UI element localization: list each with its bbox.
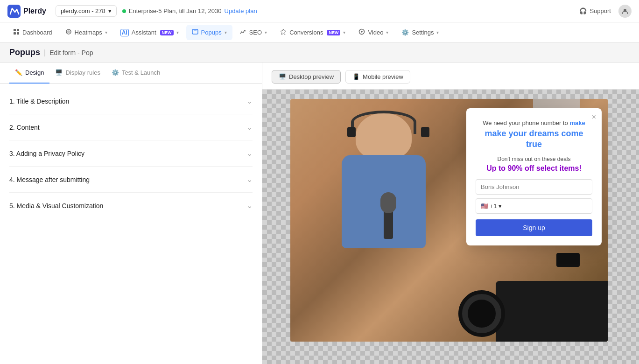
- plan-info: Enterprise-5 Plan, till Jan 12, 2030 Upd…: [122, 7, 257, 14]
- desktop-preview-button[interactable]: 🖥️ Desktop preview: [272, 70, 341, 84]
- nav-item-heatmaps[interactable]: Heatmaps ▾: [60, 25, 113, 40]
- user-avatar[interactable]: [618, 5, 632, 18]
- conversions-chevron-icon: ▾: [343, 30, 345, 35]
- tabs-bar: ✏️ Design 🖥️ Display rules ⚙️ Test & Lau…: [0, 63, 262, 84]
- plan-status-dot: [122, 9, 126, 13]
- tab-test-launch[interactable]: ⚙️ Test & Launch: [106, 63, 166, 84]
- chevron-icon-4: ⌄: [246, 201, 253, 210]
- brand-name: Plerdy: [23, 7, 46, 15]
- breadcrumb-root: Popups: [9, 48, 40, 57]
- accordion-media-visual[interactable]: 5. Media & Visual Customization ⌄: [9, 193, 253, 218]
- svg-point-7: [67, 30, 70, 33]
- phone-dropdown-icon: ▾: [499, 203, 502, 210]
- chevron-icon-2: ⌄: [246, 149, 253, 158]
- popup-signup-button[interactable]: Sign up: [476, 219, 592, 236]
- pencil-icon: ✏️: [15, 69, 22, 76]
- svg-rect-3: [17, 29, 19, 31]
- settings-icon: ⚙️: [401, 29, 409, 36]
- nav-item-dashboard[interactable]: Dashboard: [7, 25, 58, 40]
- svg-rect-4: [14, 32, 16, 35]
- preview-toolbar: 🖥️ Desktop preview 📱 Mobile preview: [262, 63, 639, 90]
- monitor-icon: 🖥️: [55, 69, 63, 76]
- svg-rect-5: [17, 32, 19, 35]
- flag-icon: 🇺🇸 +1: [481, 203, 497, 210]
- popup-phone-input[interactable]: 🇺🇸 +1 ▾: [476, 198, 592, 214]
- settings-chevron-icon: ▾: [436, 30, 439, 35]
- dashboard-icon: [13, 28, 20, 36]
- main-layout: ✏️ Design 🖥️ Display rules ⚙️ Test & Lau…: [0, 63, 639, 364]
- nav-item-settings[interactable]: ⚙️ Settings ▾: [396, 25, 444, 40]
- accordion-content[interactable]: 2. Content ⌄: [9, 114, 253, 140]
- chevron-icon-0: ⌄: [246, 97, 253, 105]
- video-icon: [358, 28, 365, 36]
- popup-discount: Up to 90% off select items!: [476, 164, 592, 173]
- svg-marker-13: [361, 31, 364, 33]
- mobile-preview-button[interactable]: 📱 Mobile preview: [345, 70, 410, 84]
- video-chevron-icon: ▾: [386, 30, 388, 35]
- accordion-privacy-policy[interactable]: 3. Adding a Privacy Policy ⌄: [9, 140, 253, 167]
- nav-item-popups[interactable]: Popups ▾: [186, 25, 232, 40]
- svg-rect-2: [14, 29, 16, 31]
- header-right: 🎧 Support: [579, 5, 632, 18]
- heatmaps-chevron-icon: ▾: [105, 30, 107, 35]
- right-panel: 🖥️ Desktop preview 📱 Mobile preview: [262, 63, 639, 364]
- chevron-icon-1: ⌄: [246, 123, 253, 132]
- gear-icon: ⚙️: [112, 69, 119, 76]
- seo-chevron-icon: ▾: [265, 30, 267, 35]
- popup-close-button[interactable]: ×: [592, 113, 596, 121]
- assistant-chevron-icon: ▾: [176, 30, 179, 35]
- assistant-new-badge: NEW: [160, 30, 174, 35]
- nav-item-conversions[interactable]: Conversions NEW ▾: [274, 25, 351, 40]
- popup-headline: make your dreams come true: [476, 128, 592, 150]
- headphone-icon: 🎧: [579, 7, 587, 14]
- update-plan-link[interactable]: Update plan: [225, 7, 257, 14]
- main-nav: Dashboard Heatmaps ▾ AI Assistant NEW ▾ …: [0, 22, 639, 43]
- header: Plerdy plerdy.com - 278 ▾ Enterprise-5 P…: [0, 0, 639, 22]
- nav-item-seo[interactable]: SEO ▾: [234, 25, 273, 40]
- conversions-icon: [280, 28, 287, 36]
- popup-name-input[interactable]: [476, 179, 592, 195]
- conversions-new-badge: NEW: [327, 30, 340, 35]
- support-button[interactable]: 🎧 Support: [579, 7, 611, 14]
- nav-item-video[interactable]: Video ▾: [353, 25, 394, 40]
- breadcrumb-separator: |: [44, 49, 46, 57]
- breadcrumb: Popups | Edit form - Pop: [0, 43, 639, 63]
- popup-card: × We need your phone number to make make…: [466, 108, 602, 245]
- accordion-title-description[interactable]: 1. Title & Description ⌄: [9, 88, 253, 114]
- tab-design[interactable]: ✏️ Design: [9, 63, 49, 84]
- accordion-list: 1. Title & Description ⌄ 2. Content ⌄ 3.…: [0, 84, 262, 223]
- heatmaps-icon: [65, 28, 72, 36]
- popups-icon: [192, 28, 198, 36]
- site-selector[interactable]: plerdy.com - 278 ▾: [56, 5, 117, 17]
- popup-headline-inline: make: [569, 119, 585, 126]
- nav-item-assistant[interactable]: AI Assistant NEW ▾: [115, 25, 184, 40]
- chevron-icon-3: ⌄: [246, 175, 253, 184]
- popup-intro-text: We need your phone number to make: [476, 119, 592, 126]
- desktop-icon: 🖥️: [279, 73, 286, 80]
- tab-display-rules[interactable]: 🖥️ Display rules: [49, 63, 105, 84]
- left-panel: ✏️ Design 🖥️ Display rules ⚙️ Test & Lau…: [0, 63, 262, 364]
- mobile-icon: 📱: [352, 73, 360, 80]
- breadcrumb-current: Edit form - Pop: [49, 49, 93, 56]
- preview-area: × We need your phone number to make make…: [262, 90, 639, 364]
- assistant-icon: AI: [120, 29, 129, 36]
- popups-chevron-icon: ▾: [225, 30, 227, 35]
- svg-marker-11: [281, 29, 286, 35]
- popup-subtext: Don't miss out on these deals: [476, 156, 592, 162]
- accordion-message-after[interactable]: 4. Message after submitting ⌄: [9, 167, 253, 193]
- chevron-down-icon: ▾: [108, 7, 112, 14]
- logo: Plerdy: [7, 5, 46, 18]
- seo-icon: [240, 28, 246, 36]
